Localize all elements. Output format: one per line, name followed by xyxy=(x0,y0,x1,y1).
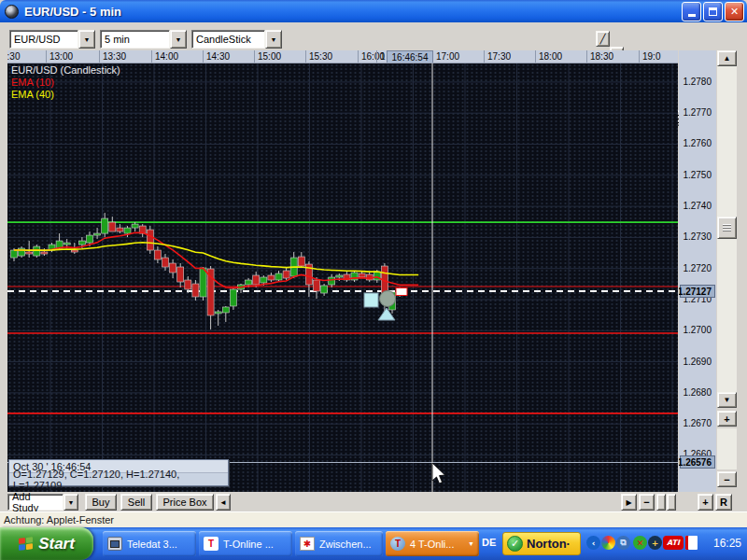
document-icon[interactable] xyxy=(685,536,698,550)
maximize-button[interactable] xyxy=(703,2,723,21)
plus-icon: + xyxy=(724,413,729,425)
candle-up xyxy=(63,243,70,245)
candle-up xyxy=(275,273,282,280)
time-tick-separator xyxy=(46,50,47,63)
chart-type-combo[interactable]: CandleStick ▼ xyxy=(191,30,282,49)
close-button[interactable]: ✕ xyxy=(725,2,744,21)
spacer-button-2[interactable] xyxy=(667,494,676,511)
order-square-marker[interactable] xyxy=(364,293,378,307)
task-label: 4 T-Onli... xyxy=(410,539,454,550)
spacer-button-1[interactable] xyxy=(656,494,666,511)
buy-button[interactable]: Buy xyxy=(85,494,117,511)
globe-plus-icon[interactable]: + xyxy=(648,536,662,550)
start-button[interactable]: Start xyxy=(0,527,93,560)
back-circle-icon[interactable]: ‹ xyxy=(586,536,600,550)
task-button-clipboard-splash[interactable]: ✱Zwischen... xyxy=(295,531,383,556)
interval-combo[interactable]: 5 min ▼ xyxy=(100,30,187,49)
color-orb-icon[interactable] xyxy=(601,536,615,550)
candle-down xyxy=(177,267,184,282)
grip-icon xyxy=(723,231,731,231)
symbol-dropdown-button[interactable]: ▼ xyxy=(78,30,95,49)
task-button-teledat[interactable]: Teledat 3... xyxy=(103,531,196,556)
candle-down xyxy=(117,228,123,231)
candle-up xyxy=(11,250,18,258)
time-tick-separator xyxy=(484,50,485,63)
scroll-left-button[interactable]: ◄ xyxy=(216,494,231,511)
candle-down xyxy=(268,275,275,280)
chart-type-value: CandleStick xyxy=(191,30,265,49)
task-label: Teledat 3... xyxy=(127,539,177,550)
time-tick-label: 15:30 xyxy=(309,51,332,62)
vertical-zoom-track xyxy=(717,428,737,469)
price-axis[interactable]: 1.27801.27701.27601.27501.27401.27301.27… xyxy=(679,50,716,492)
price-tick-label: 1.2690 xyxy=(683,357,712,367)
task-button-globe-browser[interactable]: T4 T-Onli...▼ xyxy=(386,531,479,556)
price-tick-label: 1.2780 xyxy=(683,77,712,87)
price-box-button[interactable]: Price Box xyxy=(156,494,214,511)
time-axis[interactable]: 2:3013:0013:3014:0014:3015:0015:3016:001… xyxy=(7,50,678,63)
price-tick-label: 1.2720 xyxy=(683,263,712,273)
candle-down xyxy=(359,273,365,277)
candle-up xyxy=(94,233,101,235)
candle-down xyxy=(283,271,289,278)
scroll-up-button[interactable]: ▲ xyxy=(717,50,737,66)
zoom-out-vertical-button[interactable]: − xyxy=(717,471,737,487)
zoom-out-horizontal-button[interactable]: − xyxy=(639,494,655,511)
price-tick-label: 1.2740 xyxy=(683,201,712,211)
chevron-down-icon: ▼ xyxy=(176,36,182,43)
language-indicator[interactable]: DE xyxy=(482,537,496,548)
network-icon[interactable]: ⧉ xyxy=(616,536,630,550)
task-button-tonline[interactable]: TT-Online ... xyxy=(199,531,292,556)
chart-type-dropdown-button[interactable]: ▼ xyxy=(265,30,282,49)
time-tick-separator xyxy=(254,50,255,63)
chart-canvas[interactable]: EUR/USD (Candlestick)EMA (10)EMA (40) xyxy=(7,63,678,492)
trendline-icon[interactable]: ╱ xyxy=(596,31,610,47)
chart-legend: EUR/USD (Candlestick)EMA (10)EMA (40) xyxy=(11,64,120,101)
minus-icon: − xyxy=(724,474,729,485)
cursor-time-badge: 16:46:54 xyxy=(387,50,433,63)
add-study-combo[interactable]: Add Study ▼ xyxy=(7,494,78,512)
bottom-toolbar: Add Study ▼ Buy Sell Price Box ◄ ▶ − + R xyxy=(0,492,747,511)
ati-icon[interactable]: ATI xyxy=(663,536,684,550)
candle-up xyxy=(246,280,252,285)
scroll-right-button[interactable]: ▶ xyxy=(621,494,637,511)
time-tick-separator xyxy=(639,50,640,63)
scroll-down-button[interactable]: ▼ xyxy=(717,392,737,408)
symbol-combo[interactable]: EUR/USD ▼ xyxy=(9,30,95,49)
reset-view-button[interactable]: R xyxy=(715,494,732,511)
order-circle-marker[interactable] xyxy=(380,291,396,307)
chevron-down-icon: ▼ xyxy=(271,36,277,43)
plus-icon: + xyxy=(702,497,708,508)
candle-up xyxy=(261,277,267,283)
buy-label: Buy xyxy=(92,497,110,508)
add-study-dropdown-button[interactable]: ▼ xyxy=(63,494,78,511)
time-tick-label: 18:30 xyxy=(590,51,613,62)
messenger-offline-icon[interactable]: ✕ xyxy=(633,536,647,550)
time-tick-separator xyxy=(358,50,359,63)
candle-up xyxy=(329,277,335,285)
candle-up xyxy=(230,289,236,306)
vertical-scrollbar-thumb[interactable] xyxy=(717,217,737,239)
minimize-button[interactable] xyxy=(682,2,701,21)
sell-button[interactable]: Sell xyxy=(120,494,152,511)
candle-up xyxy=(321,286,328,293)
zoom-in-horizontal-button[interactable]: + xyxy=(698,494,713,511)
time-tick-label: 1 xyxy=(380,51,386,62)
taskbar-clock[interactable]: 16:25 xyxy=(713,537,741,550)
app-icon xyxy=(5,5,19,19)
norton-toolbar[interactable]: ✓ Norton· xyxy=(502,532,581,555)
candlestick-chart[interactable] xyxy=(7,63,678,492)
time-tick-label: 18:00 xyxy=(539,51,562,62)
time-tick-separator xyxy=(99,50,100,63)
arrow-left-icon: ◄ xyxy=(219,498,227,507)
legend-item: EMA (40) xyxy=(11,89,120,101)
zoom-in-vertical-button[interactable]: + xyxy=(717,411,737,427)
interval-dropdown-button[interactable]: ▼ xyxy=(170,30,187,49)
candle-down xyxy=(253,275,260,285)
taskbar: Start Teledat 3...TT-Online ...✱Zwischen… xyxy=(0,527,747,560)
task-dropdown-icon[interactable]: ▼ xyxy=(464,540,474,547)
title-bar[interactable]: EUR/USD - 5 min ✕ xyxy=(0,0,747,22)
candle-up xyxy=(124,228,131,233)
vertical-scrollbar-track[interactable] xyxy=(717,66,737,392)
interval-value: 5 min xyxy=(100,30,170,49)
